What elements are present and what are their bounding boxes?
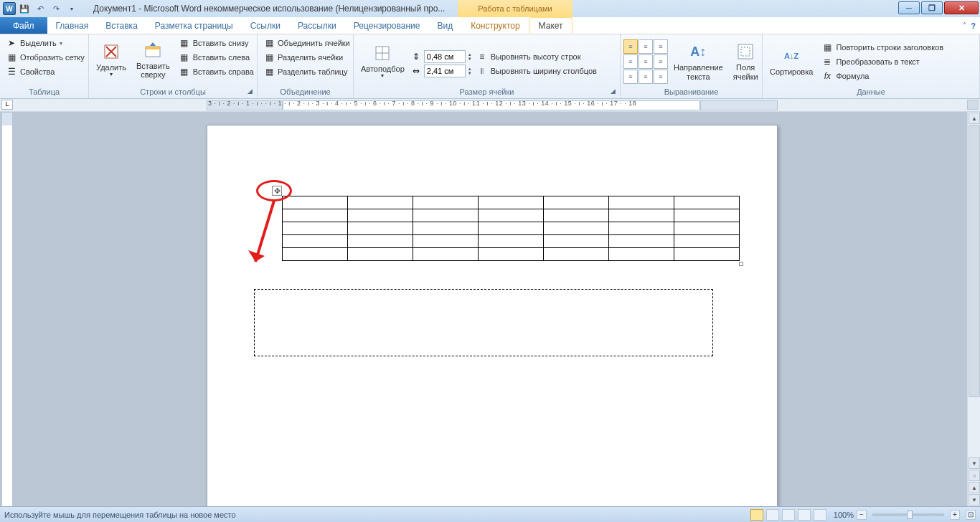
table-cell[interactable] xyxy=(413,222,479,235)
align-br[interactable]: ≡ xyxy=(654,70,668,84)
text-direction-button[interactable]: A↕ Направление текста xyxy=(669,38,727,85)
table-cell[interactable] xyxy=(413,235,479,248)
word-app-icon[interactable]: W xyxy=(3,2,16,15)
table-cell[interactable] xyxy=(544,196,609,209)
scroll-up-icon[interactable]: ▲ xyxy=(969,113,980,124)
redo-icon[interactable]: ↷ xyxy=(49,1,63,16)
col-width-input[interactable] xyxy=(424,65,466,77)
tab-page-layout[interactable]: Разметка страницы xyxy=(146,17,242,34)
view-print-layout[interactable] xyxy=(750,509,763,521)
table-cell[interactable] xyxy=(479,248,544,261)
table-cell[interactable] xyxy=(348,248,413,261)
browse-object-icon[interactable]: ○ xyxy=(969,470,980,481)
insert-above-button[interactable]: Вставить сверху xyxy=(132,36,174,83)
table-cell[interactable] xyxy=(544,235,609,248)
align-tr[interactable]: ≡ xyxy=(654,39,668,54)
merge-cells-button[interactable]: ▦Объединить ячейки xyxy=(260,36,353,50)
qat-more-icon[interactable]: ▾ xyxy=(65,1,79,16)
table-cell[interactable] xyxy=(544,209,609,222)
word-table[interactable] xyxy=(282,196,740,261)
table-cell[interactable] xyxy=(283,222,348,235)
align-tc[interactable]: ≡ xyxy=(639,39,653,54)
table-cell[interactable] xyxy=(348,209,413,222)
show-gridlines-button[interactable]: ▦Отобразить сетку xyxy=(3,50,88,65)
row-height-field[interactable]: ⇕▲▼ xyxy=(410,50,472,63)
zoom-in-button[interactable]: + xyxy=(950,510,960,520)
scroll-thumb[interactable] xyxy=(969,125,980,397)
formula-button[interactable]: fxФормула xyxy=(819,69,946,83)
table-resize-handle[interactable] xyxy=(739,262,743,266)
tab-references[interactable]: Ссылки xyxy=(242,17,289,34)
align-mr[interactable]: ≡ xyxy=(654,54,668,69)
split-table-button[interactable]: ▦Разделить таблицу xyxy=(260,65,353,79)
prev-page-icon[interactable]: ▲ xyxy=(969,482,980,493)
select-button[interactable]: ➤Выделить ▾ xyxy=(3,36,88,50)
zoom-level[interactable]: 100% xyxy=(834,511,854,519)
help-icon[interactable]: ? xyxy=(971,22,976,30)
table-cell[interactable] xyxy=(479,196,544,209)
table-cell[interactable] xyxy=(609,196,674,209)
tab-table-design[interactable]: Конструктор xyxy=(461,17,529,34)
align-tl[interactable]: ≡ xyxy=(623,39,638,54)
delete-button[interactable]: Удалить▾ xyxy=(92,36,131,83)
align-bl[interactable]: ≡ xyxy=(623,70,638,84)
view-draft[interactable] xyxy=(814,509,826,521)
close-button[interactable]: ✕ xyxy=(944,1,979,14)
table-cell[interactable] xyxy=(413,196,479,209)
vertical-scrollbar[interactable]: ▲ ▼ ○ ▲ ▼ xyxy=(967,112,980,506)
table-cell[interactable] xyxy=(283,235,348,248)
table-cell[interactable] xyxy=(674,248,740,261)
table-cell[interactable] xyxy=(413,248,479,261)
tab-mailings[interactable]: Рассылки xyxy=(289,17,345,34)
horizontal-ruler[interactable]: 3 · ı · 2 · ı · 1 · ı · · ı · 1 · ı · 2 … xyxy=(14,99,964,112)
table-cell[interactable] xyxy=(283,196,348,209)
insert-left-button[interactable]: ▦Вставить слева xyxy=(176,50,257,65)
insert-below-button[interactable]: ▦Вставить снизу xyxy=(176,36,257,50)
autofit-button[interactable]: Автоподбор▾ xyxy=(357,38,409,85)
page[interactable]: ✥ xyxy=(207,125,778,506)
table-cell[interactable] xyxy=(283,209,348,222)
convert-text-button[interactable]: ≣Преобразовать в текст xyxy=(819,54,946,69)
table-cell[interactable] xyxy=(479,209,544,222)
table-cell[interactable] xyxy=(609,248,674,261)
properties-button[interactable]: ☰Свойства xyxy=(3,65,88,79)
insert-right-button[interactable]: ▦Вставить справа xyxy=(176,65,257,79)
zoom-out-button[interactable]: − xyxy=(857,510,867,520)
sort-button[interactable]: A↓Z Сортировка xyxy=(765,38,817,85)
table-cell[interactable] xyxy=(674,196,740,209)
split-cells-button[interactable]: ▦Разделить ячейки xyxy=(260,50,353,65)
col-width-field[interactable]: ⇔▲▼ xyxy=(410,65,472,77)
save-icon[interactable]: 💾 xyxy=(17,1,32,16)
table-cell[interactable] xyxy=(283,248,348,261)
table-cell[interactable] xyxy=(348,196,413,209)
table-cell[interactable] xyxy=(609,235,674,248)
repeat-headers-button[interactable]: ▦Повторить строки заголовков xyxy=(819,40,946,54)
tab-selector[interactable]: L xyxy=(1,100,13,110)
table-cell[interactable] xyxy=(479,222,544,235)
cell-margins-button[interactable]: Поля ячейки xyxy=(729,38,763,85)
distribute-cols-button[interactable]: ⫴Выровнять ширину столбцов xyxy=(473,64,600,78)
table-cell[interactable] xyxy=(348,235,413,248)
align-mc[interactable]: ≡ xyxy=(639,54,653,69)
file-tab[interactable]: Файл xyxy=(0,17,47,34)
view-outline[interactable] xyxy=(798,509,811,521)
tab-home[interactable]: Главная xyxy=(47,17,98,34)
table-cell[interactable] xyxy=(609,209,674,222)
view-ruler-toggle[interactable] xyxy=(967,100,979,110)
align-bc[interactable]: ≡ xyxy=(639,70,653,84)
table-cell[interactable] xyxy=(544,248,609,261)
next-page-icon[interactable]: ▼ xyxy=(969,494,980,506)
table-cell[interactable] xyxy=(674,235,740,248)
align-ml[interactable]: ≡ xyxy=(623,54,638,69)
view-web-layout[interactable] xyxy=(782,509,795,521)
dialog-launcher-icon[interactable]: ◢ xyxy=(248,87,253,95)
view-full-screen[interactable] xyxy=(766,509,779,521)
table-cell[interactable] xyxy=(479,235,544,248)
dialog-launcher-icon[interactable]: ◢ xyxy=(611,87,616,95)
tab-view[interactable]: Вид xyxy=(428,17,461,34)
spinner-arrows[interactable]: ▲▼ xyxy=(468,52,472,61)
table-cell[interactable] xyxy=(674,222,740,235)
row-height-input[interactable] xyxy=(424,50,466,63)
tab-review[interactable]: Рецензирование xyxy=(345,17,429,34)
restore-button[interactable]: ❐ xyxy=(921,1,943,14)
